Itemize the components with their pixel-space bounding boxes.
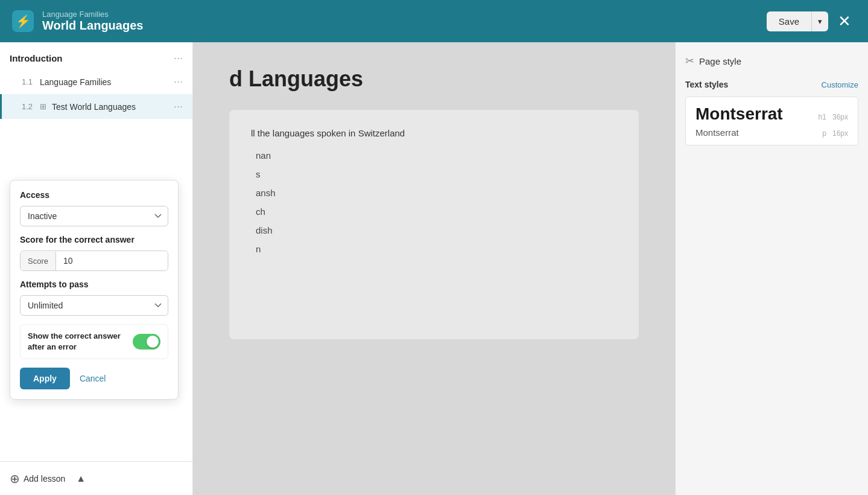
popup-actions: Apply Cancel: [20, 368, 168, 389]
item-number: 1.2: [22, 102, 36, 111]
sidebar-collapse-bottom-button[interactable]: ▲: [76, 473, 86, 484]
access-label: Access: [20, 190, 168, 200]
style-card: Montserrat h1 36px Montserrat p 16px: [685, 97, 858, 145]
app-header: ⚡ Language Families World Languages Save…: [0, 0, 868, 42]
attempts-dropdown[interactable]: Unlimited 1 2 3: [20, 295, 168, 316]
add-lesson-label: Add lesson: [24, 474, 65, 484]
save-button-group: Save ▾: [767, 11, 828, 31]
customize-link[interactable]: Customize: [822, 80, 858, 89]
p-font-name: Montserrat: [695, 127, 739, 138]
score-row: Score: [20, 251, 168, 271]
access-popup-panel: Access Inactive Active Score for the cor…: [10, 180, 179, 400]
quiz-box: ll the languages spoken in Switzerland n…: [229, 110, 639, 339]
quiz-option-4: dish: [251, 225, 617, 235]
cancel-button[interactable]: Cancel: [80, 374, 106, 383]
quiz-option-0: nan: [251, 150, 617, 161]
item-number: 1.1: [22, 77, 36, 86]
page-style-icon: ✂: [685, 54, 694, 68]
access-dropdown[interactable]: Inactive Active: [20, 206, 168, 226]
sidebar-item-1-1[interactable]: 1.1 Language Families ···: [0, 69, 192, 94]
item-menu-icon[interactable]: ···: [174, 75, 183, 88]
quiz-option-5: n: [251, 244, 617, 254]
header-left: ⚡ Language Families World Languages: [12, 10, 143, 33]
sidebar-item-1-2[interactable]: 1.2 ⊞ Test World Languages ···: [0, 94, 192, 119]
quiz-option-1: s: [251, 169, 617, 179]
add-lesson-button[interactable]: ⊕ Add lesson: [10, 471, 65, 486]
header-right: Save ▾ ✕: [767, 11, 856, 31]
page-style-header: ✂ Page style: [685, 54, 858, 68]
page-style-label: Page style: [699, 56, 741, 66]
p-meta: p 16px: [822, 129, 848, 138]
sidebar-bottom-bar: ⊕ Add lesson ▲: [0, 461, 193, 495]
header-titles: Language Families World Languages: [42, 10, 143, 33]
save-dropdown-arrow[interactable]: ▾: [811, 11, 828, 31]
toggle-switch[interactable]: [133, 334, 160, 350]
quiz-option-3: ch: [251, 206, 617, 217]
page-title: d Languages: [229, 66, 639, 92]
main-content: d Languages ll the languages spoken in S…: [193, 42, 675, 495]
text-styles-header: Text styles Customize: [685, 80, 858, 89]
section-menu-icon[interactable]: ···: [174, 52, 183, 65]
score-input[interactable]: [56, 251, 168, 270]
quiz-option-2: ansh: [251, 188, 617, 198]
text-styles-label: Text styles: [685, 80, 728, 89]
app-logo: ⚡: [12, 10, 34, 32]
toggle-thumb: [147, 336, 159, 348]
h1-meta: h1 36px: [819, 113, 848, 121]
score-field-label: Score: [21, 252, 56, 270]
sidebar: Introduction ··· 1.1 Language Families ·…: [0, 42, 193, 495]
h1-style-row: Montserrat h1 36px: [695, 104, 848, 124]
item-label: Test World Languages: [52, 102, 136, 112]
item-menu-icon[interactable]: ···: [174, 100, 183, 113]
attempts-label: Attempts to pass: [20, 279, 168, 289]
quiz-question: ll the languages spoken in Switzerland: [251, 128, 617, 138]
p-style-row: Montserrat p 16px: [695, 127, 848, 138]
apply-button[interactable]: Apply: [20, 368, 70, 389]
section-label: Introduction: [10, 53, 62, 63]
course-title: World Languages: [42, 19, 143, 33]
toggle-label: Show the correct answer after an error: [28, 331, 133, 353]
save-button[interactable]: Save: [767, 11, 811, 31]
close-button[interactable]: ✕: [833, 11, 856, 31]
score-label: Score for the correct answer: [20, 235, 168, 244]
test-icon: ⊞: [40, 102, 46, 111]
h1-font-name: Montserrat: [695, 104, 783, 124]
toggle-row: Show the correct answer after an error: [20, 324, 168, 359]
item-label: Language Families: [40, 77, 111, 87]
course-subtitle: Language Families: [42, 10, 143, 19]
toggle-track: [133, 334, 160, 350]
add-lesson-icon: ⊕: [10, 471, 20, 486]
right-panel: ✂ Page style Text styles Customize Monts…: [675, 42, 868, 495]
sidebar-section-introduction: Introduction ···: [0, 42, 192, 69]
